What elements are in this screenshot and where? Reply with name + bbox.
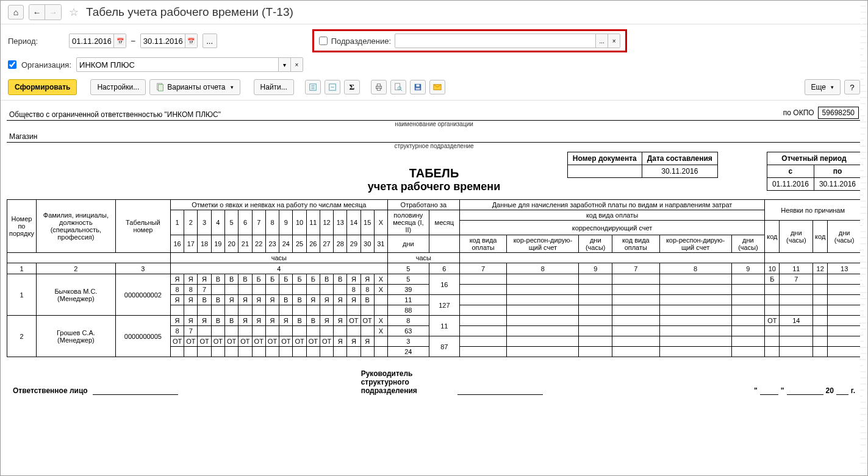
subdivision-field[interactable]: ... × — [395, 34, 620, 48]
favorite-star-icon[interactable]: ☆ — [69, 5, 79, 19]
table-row: 2Грошев С.А. (Менеджер)0000000005ЯЯЯВВЯЯ… — [7, 316, 861, 326]
cell-day: В — [360, 295, 374, 305]
col-payroll: Данные для начисления заработной платы п… — [459, 200, 764, 210]
organization-dropdown-button[interactable]: ▾ — [278, 58, 290, 71]
doc-title-2: учета рабочего времени — [7, 180, 861, 193]
date-from-calendar-button[interactable]: 📅 — [113, 34, 126, 48]
subdivision-select-button[interactable]: ... — [595, 34, 608, 48]
cell-day: Я — [184, 295, 198, 305]
cell-day — [252, 326, 265, 336]
collapse-groups-button[interactable] — [325, 80, 340, 94]
subdivision-checkbox[interactable] — [319, 37, 328, 45]
cell-day — [265, 285, 279, 295]
date-to-input[interactable] — [141, 37, 185, 46]
coln-13: 13 — [828, 263, 861, 274]
cell-day: В — [225, 316, 239, 326]
report-variants-button[interactable]: Варианты отчета — [149, 79, 240, 95]
svg-rect-1 — [159, 85, 163, 91]
subdivision-clear-button[interactable]: × — [608, 34, 620, 48]
cell-day — [334, 305, 347, 316]
cell-pay — [459, 347, 507, 357]
svg-rect-11 — [415, 88, 420, 90]
organization-checkbox[interactable] — [8, 60, 16, 69]
rep-from-value: 01.11.2016 — [767, 178, 814, 191]
cell-day — [239, 305, 252, 316]
cell-pay — [612, 274, 660, 285]
cell-abs-code: ОТ — [765, 316, 780, 326]
day-head: 21 — [239, 235, 252, 253]
date-from-field[interactable]: 📅 — [69, 34, 126, 48]
sum-button[interactable]: Σ — [344, 80, 360, 94]
cell-pay — [612, 336, 660, 347]
subdivision-input[interactable] — [395, 37, 595, 46]
cell-day: 8 — [170, 285, 184, 295]
cell-day — [198, 326, 211, 336]
cell-day — [374, 305, 387, 316]
cell-abs — [828, 285, 861, 295]
cell-pay — [507, 285, 579, 295]
forward-button[interactable]: → — [45, 5, 61, 20]
cell-day — [279, 326, 293, 336]
day-head: 18 — [198, 235, 211, 253]
cell-abs — [813, 274, 828, 285]
cell-day — [374, 295, 387, 305]
day-head: 19 — [211, 235, 224, 253]
cell-day: В — [293, 316, 306, 326]
day-head: 2 — [184, 210, 198, 235]
cell-day — [279, 305, 293, 316]
subdivision-highlight: Подразделение: ... × — [312, 29, 627, 52]
filters-area: Период: 📅 – 📅 ... Подразделение: ... × — [1, 24, 867, 77]
date-to-field[interactable]: 📅 — [140, 34, 198, 48]
home-button[interactable]: ⌂ — [8, 5, 24, 20]
print-button[interactable] — [371, 80, 387, 94]
period-select-button[interactable]: ... — [203, 34, 217, 48]
date-from-input[interactable] — [70, 37, 113, 46]
svg-rect-10 — [416, 85, 419, 87]
day-head: 24 — [279, 235, 293, 253]
preview-button[interactable] — [390, 80, 406, 94]
save-button[interactable] — [410, 80, 426, 94]
cell-day — [320, 305, 333, 316]
period-dash: – — [131, 37, 135, 45]
organization-clear-button[interactable]: × — [290, 58, 303, 71]
generate-button[interactable]: Сформировать — [8, 79, 77, 95]
back-button[interactable]: ← — [29, 5, 45, 20]
cell-day: Я — [279, 316, 293, 326]
cell-tab: 0000000005 — [115, 316, 170, 357]
cell-month-days: 16 — [429, 274, 459, 295]
more-label: Еще — [811, 83, 826, 91]
organization-field[interactable]: ▾ × — [76, 57, 303, 72]
help-button[interactable]: ? — [844, 80, 860, 94]
col-dh2: дни (часы) — [731, 235, 765, 253]
cell-day — [198, 305, 211, 316]
expand-groups-button[interactable] — [305, 80, 321, 94]
email-button[interactable] — [429, 80, 445, 94]
coln-8b: 8 — [659, 263, 731, 274]
day-head: 22 — [252, 235, 265, 253]
nav-group: ← → — [29, 4, 62, 20]
cell-abs — [780, 347, 813, 357]
cell-day: В — [198, 295, 211, 305]
cell-day: ОТ — [320, 336, 333, 347]
cell-day — [347, 347, 360, 357]
cell-abs — [780, 295, 813, 305]
date-to-calendar-button[interactable]: 📅 — [185, 34, 197, 48]
unit-line: Магазин — [7, 127, 861, 143]
organization-input[interactable] — [77, 60, 278, 69]
printer-icon — [375, 83, 383, 91]
find-button[interactable]: Найти... — [254, 79, 294, 95]
more-button[interactable]: Еще — [805, 79, 841, 95]
cell-day — [279, 347, 293, 357]
rep-from-header: с — [767, 165, 814, 178]
cell-day: ОТ — [170, 336, 184, 347]
cell-day: ОТ — [265, 336, 279, 347]
cell-day — [306, 326, 320, 336]
cell-day — [347, 326, 360, 336]
subdivision-label: Подразделение: — [331, 37, 391, 46]
cell-day: 7 — [198, 285, 211, 295]
variants-label: Варианты отчета — [167, 83, 225, 91]
cell-day — [225, 326, 239, 336]
rep-period-header: Отчетный период — [767, 152, 861, 165]
cell-abs — [828, 336, 861, 347]
settings-button[interactable]: Настройки... — [90, 79, 146, 95]
